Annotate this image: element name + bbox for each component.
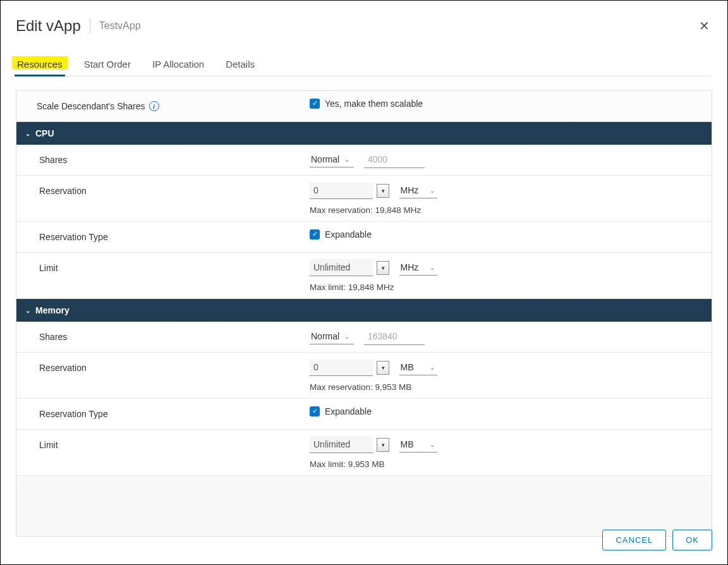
caret-down-icon: ⌄	[430, 264, 435, 271]
chevron-down-icon: ⌄	[25, 307, 30, 314]
caret-down-icon: ⌄	[430, 441, 435, 448]
cpu-shares-row: Shares Normal⌄	[16, 145, 712, 176]
divider	[90, 18, 90, 33]
memory-reservation-unit-select[interactable]: MB⌄	[399, 360, 437, 375]
memory-reservation-type-label: Reservation Type	[16, 399, 301, 429]
section-title: Memory	[35, 305, 70, 315]
cpu-limit-stepper[interactable]: ▾	[377, 261, 389, 275]
memory-reservation-input[interactable]	[310, 359, 373, 376]
checkbox-label: Expandable	[325, 229, 372, 240]
dialog-header: Edit vApp TestvApp ✕	[16, 16, 712, 36]
cpu-limit-row: Limit ▾ MHz⌄ Max limit: 19,848 MHz	[16, 253, 712, 299]
scale-row: Scale Descendant's Shares i ✓ Yes, make …	[16, 91, 712, 122]
cancel-button[interactable]: CANCEL	[602, 530, 666, 550]
cpu-reservation-input[interactable]	[310, 182, 373, 199]
caret-down-icon: ⌄	[344, 156, 349, 163]
cpu-reservation-type-row: Reservation Type ✓ Expandable	[16, 222, 712, 253]
cpu-shares-label: Shares	[16, 145, 301, 175]
tab-bar: Resources Start Order IP Allocation Deta…	[16, 54, 712, 76]
cpu-limit-help: Max limit: 19,848 MHz	[310, 282, 703, 292]
tab-details[interactable]: Details	[224, 54, 256, 76]
caret-down-icon: ⌄	[430, 364, 435, 371]
cpu-shares-value-input[interactable]	[364, 151, 425, 168]
memory-shares-value-input[interactable]	[364, 328, 425, 345]
ok-button[interactable]: OK	[672, 530, 712, 550]
check-icon: ✓	[310, 229, 320, 240]
dialog-subtitle: TestvApp	[99, 20, 141, 32]
cpu-reservation-unit-select[interactable]: MHz⌄	[399, 183, 437, 198]
cpu-limit-label: Limit	[16, 253, 301, 298]
chevron-down-icon: ⌄	[25, 130, 30, 137]
dialog-footer: CANCEL OK	[602, 530, 712, 550]
memory-expandable-checkbox[interactable]: ✓ Expandable	[310, 406, 372, 416]
memory-section-header[interactable]: ⌄ Memory	[16, 299, 712, 322]
tab-ip-allocation[interactable]: IP Allocation	[151, 54, 205, 76]
tab-start-order[interactable]: Start Order	[83, 54, 132, 76]
caret-down-icon: ⌄	[344, 333, 349, 340]
panel-filler	[16, 475, 712, 536]
info-icon[interactable]: i	[149, 101, 159, 111]
caret-down-icon: ⌄	[430, 187, 435, 194]
checkbox-label: Expandable	[325, 406, 372, 416]
cpu-section-header[interactable]: ⌄ CPU	[16, 122, 712, 145]
cpu-reservation-row: Reservation ▾ MHz⌄ Max reservation: 19,8…	[16, 176, 712, 222]
memory-reservation-help: Max reservation: 9,953 MB	[310, 382, 703, 392]
resources-panel: Scale Descendant's Shares i ✓ Yes, make …	[16, 90, 712, 537]
memory-reservation-row: Reservation ▾ MB⌄ Max reservation: 9,953…	[16, 353, 712, 399]
scale-checkbox[interactable]: ✓ Yes, make them scalable	[310, 99, 423, 109]
memory-reservation-label: Reservation	[16, 353, 301, 398]
cpu-expandable-checkbox[interactable]: ✓ Expandable	[310, 229, 372, 240]
tab-label: Resources	[17, 59, 63, 70]
cpu-limit-input[interactable]	[310, 259, 373, 276]
memory-shares-level-select[interactable]: Normal⌄	[310, 329, 354, 344]
memory-shares-label: Shares	[16, 322, 301, 352]
memory-limit-label: Limit	[16, 430, 301, 475]
cpu-limit-unit-select[interactable]: MHz⌄	[399, 260, 437, 276]
scale-label: Scale Descendant's Shares i	[16, 91, 301, 121]
checkbox-label: Yes, make them scalable	[325, 99, 423, 109]
cpu-reservation-stepper[interactable]: ▾	[377, 184, 389, 198]
memory-limit-row: Limit ▾ MB⌄ Max limit: 9,953 MB	[16, 430, 712, 475]
cpu-reservation-type-label: Reservation Type	[16, 222, 301, 252]
cpu-shares-level-select[interactable]: Normal⌄	[310, 152, 354, 167]
dialog-title: Edit vApp	[16, 17, 81, 35]
edit-vapp-dialog: Edit vApp TestvApp ✕ Resources Start Ord…	[0, 0, 728, 565]
memory-limit-unit-select[interactable]: MB⌄	[399, 437, 437, 453]
check-icon: ✓	[310, 406, 320, 416]
memory-limit-input[interactable]	[310, 436, 373, 453]
memory-shares-row: Shares Normal⌄	[16, 322, 712, 353]
cpu-reservation-label: Reservation	[16, 176, 301, 221]
memory-reservation-stepper[interactable]: ▾	[377, 361, 389, 375]
memory-reservation-type-row: Reservation Type ✓ Expandable	[16, 399, 712, 430]
memory-limit-help: Max limit: 9,953 MB	[310, 459, 703, 469]
memory-limit-stepper[interactable]: ▾	[377, 438, 389, 452]
check-icon: ✓	[310, 99, 320, 109]
section-title: CPU	[35, 128, 54, 138]
tab-resources[interactable]: Resources	[16, 54, 64, 76]
cpu-reservation-help: Max reservation: 19,848 MHz	[310, 205, 703, 215]
close-icon[interactable]: ✕	[696, 16, 712, 36]
